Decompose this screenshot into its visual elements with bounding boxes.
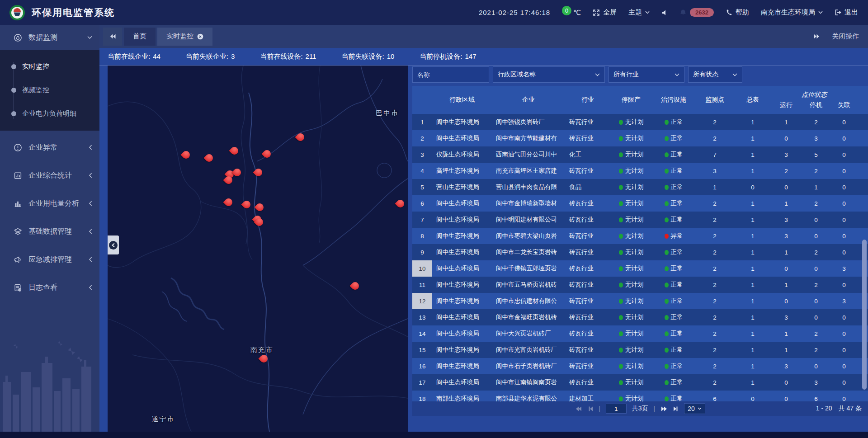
table-row[interactable]: 1 阆中生态环境局 阆中强锐页岩砖厂 砖瓦行业 无计划 正常 2 1 1 2 0 <box>412 114 868 130</box>
phone-icon <box>726 9 732 16</box>
map-marker[interactable] <box>233 169 241 179</box>
treatment-status-cell: 正常 <box>652 163 695 179</box>
table-row[interactable]: 13 阆中生态环境局 阆中市金福旺页岩机砖 砖瓦行业 无计划 正常 2 1 3 … <box>412 309 868 325</box>
table-row[interactable]: 6 阆中生态环境局 阆中市金博瑞新型墙材 砖瓦行业 无计划 正常 2 1 1 2… <box>412 195 868 212</box>
first-page-button[interactable] <box>575 406 582 412</box>
bar-chart-icon <box>14 199 22 208</box>
table-row[interactable]: 9 阆中生态环境局 阆中市二龙长宝页岩砖 砖瓦行业 无计划 正常 2 1 1 2… <box>412 244 868 260</box>
lost-count-cell: 0 <box>831 146 857 163</box>
table-row[interactable]: 18 南部生态环境局 南部县建华水泥有限公 建材加工 无计划 正常 6 0 0 … <box>412 391 868 401</box>
name-search-input[interactable] <box>412 66 489 83</box>
tab-home[interactable]: 首页 <box>124 28 156 46</box>
prev-page-button[interactable] <box>588 406 593 412</box>
sidebar-item-log-view[interactable]: 日志查看 <box>0 273 99 301</box>
table-row[interactable]: 12 阆中生态环境局 阆中市忠信建材有限公 砖瓦行业 无计划 正常 2 1 0 … <box>412 293 868 309</box>
stopped-count-cell: 0 <box>801 228 831 244</box>
notifications-button[interactable]: 2632 <box>679 8 714 17</box>
limit-production-cell: 无计划 <box>610 146 652 163</box>
map-marker[interactable] <box>225 198 232 209</box>
map-city-label: 巴中市 <box>376 109 399 118</box>
map-marker[interactable] <box>256 203 264 214</box>
table-row[interactable]: 16 阆中生态环境局 阆中市石子页岩机砖厂 砖瓦行业 无计划 正常 2 1 3 … <box>412 358 868 374</box>
table-row[interactable]: 14 阆中生态环境局 阆中大兴页岩机砖厂 砖瓦行业 无计划 正常 2 1 1 2… <box>412 325 868 342</box>
map-marker[interactable] <box>205 154 213 165</box>
total-meter-cell: 1 <box>734 277 771 293</box>
double-chevron-right-icon[interactable] <box>813 33 820 39</box>
logout-button[interactable]: 退出 <box>835 8 858 17</box>
map-marker[interactable] <box>255 169 262 179</box>
page-size-select[interactable]: 20 <box>684 403 705 414</box>
table-row[interactable]: 8 阆中生态环境局 阆中市枣碧大梁山页岩 砖瓦行业 无计划 异常 2 1 3 0… <box>412 228 868 244</box>
monitor-points-cell: 2 <box>695 277 734 293</box>
next-page-button[interactable] <box>660 406 668 412</box>
map-marker[interactable] <box>260 355 268 366</box>
close-operations-button[interactable]: 关闭操作 <box>832 32 859 41</box>
sidebar-item-enterprise-statistics[interactable]: 企业综合统计 <box>0 161 99 189</box>
fullscreen-button[interactable]: 全屏 <box>593 8 617 17</box>
last-page-button[interactable] <box>673 406 679 412</box>
stopped-count-cell: 2 <box>801 163 831 179</box>
company-cell: 阆中市金博瑞新型墙材 <box>492 195 565 212</box>
sidebar-item-power-usage-analysis[interactable]: 企业用电量分析 <box>0 189 99 217</box>
page-number-input[interactable] <box>606 404 627 414</box>
sidebar-item-video-monitoring[interactable]: 视频监控 <box>0 78 99 102</box>
industry-cell: 砖瓦行业 <box>565 130 610 146</box>
table-row[interactable]: 17 阆中生态环境局 阆中市江南镇阆南页岩 砖瓦行业 无计划 正常 2 1 0 … <box>412 374 868 391</box>
sidebar-item-enterprise-abnormal[interactable]: 企业异常 <box>0 133 99 161</box>
table-row[interactable]: 10 阆中生态环境局 阆中千佛镇五郎垭页岩 砖瓦行业 无计划 正常 2 1 0 … <box>412 260 868 277</box>
total-meter-cell: 1 <box>734 212 771 228</box>
table-row[interactable]: 11 阆中生态环境局 阆中市五马桥页岩机砖 砖瓦行业 无计划 正常 2 1 1 … <box>412 277 868 293</box>
help-button[interactable]: 帮助 <box>726 8 749 17</box>
table-row[interactable]: 15 阆中生态环境局 阆中市光富页岩机砖厂 砖瓦行业 无计划 正常 2 1 1 … <box>412 342 868 358</box>
status-filter-select[interactable]: 所有状态 <box>688 66 742 83</box>
monitor-points-cell: 2 <box>695 342 734 358</box>
voice-broadcast-button[interactable] <box>661 9 668 16</box>
table-row[interactable]: 7 阆中生态环境局 阆中明阳建材有限公司 砖瓦行业 无计划 正常 2 1 3 0… <box>412 212 868 228</box>
theme-menu[interactable]: 主题 <box>628 8 650 17</box>
industry-filter-select[interactable]: 所有行业 <box>609 66 684 83</box>
map-marker[interactable] <box>263 150 271 161</box>
stopped-count-cell: 6 <box>801 391 831 401</box>
treatment-status-cell: 正常 <box>652 293 695 309</box>
total-meter-cell: 1 <box>734 358 771 374</box>
table-row[interactable]: 5 营山生态环境局 营山县润丰肉食品有限 食品 无计划 正常 1 0 0 1 0 <box>412 179 868 195</box>
table-row[interactable]: 3 仪陇生态环境局 西南油气田分公司川中 化工 无计划 正常 7 1 3 5 0 <box>412 146 868 163</box>
industry-cell: 砖瓦行业 <box>565 293 610 309</box>
sidebar-item-data-monitoring[interactable]: 数据监测 <box>0 25 99 50</box>
sidebar-item-base-data-management[interactable]: 基础数据管理 <box>0 217 99 245</box>
map-canvas[interactable]: 巴中市南充市遂宁市 <box>108 66 408 432</box>
map-marker[interactable] <box>231 147 238 158</box>
table-row[interactable]: 4 高坪生态环境局 南充市高坪区王家店建 砖瓦行业 无计划 正常 3 1 2 2… <box>412 163 868 179</box>
table-row[interactable]: 2 阆中生态环境局 阆中市南方节能建材有 砖瓦行业 无计划 正常 2 1 0 3… <box>412 130 868 146</box>
sidebar-item-emergency-reduction[interactable]: 应急减排管理 <box>0 245 99 273</box>
tabs-scroll-left-button[interactable] <box>103 28 122 46</box>
tab-close-icon[interactable] <box>197 33 203 40</box>
region-filter-select[interactable]: 行政区域名称 <box>493 66 605 83</box>
stat-value: 211 <box>306 52 316 61</box>
industry-cell: 建材加工 <box>565 391 610 401</box>
map-marker[interactable] <box>225 176 232 187</box>
region-cell: 阆中生态环境局 <box>432 114 492 130</box>
total-meter-cell: 1 <box>734 228 771 244</box>
map-marker[interactable] <box>396 200 404 211</box>
map-marker[interactable] <box>351 282 359 293</box>
stopped-count-cell: 0 <box>801 309 831 325</box>
table-scrollbar-thumb[interactable] <box>862 240 867 390</box>
limit-production-cell: 无计划 <box>610 277 652 293</box>
sidebar-item-realtime-monitoring[interactable]: 实时监控 <box>0 55 99 78</box>
status-dot-icon <box>665 201 669 206</box>
map-marker[interactable] <box>297 133 304 144</box>
region-cell: 阆中生态环境局 <box>432 325 492 342</box>
map-marker[interactable] <box>255 218 263 229</box>
user-org-menu[interactable]: 南充市生态环境局 <box>761 8 823 17</box>
table-header: 行政区域 企业 行业 停限产 治污设施 监测点 总表 点位状态 运行 停机 失联 <box>412 86 868 114</box>
tab-realtime-monitoring[interactable]: 实时监控 <box>157 28 212 46</box>
map-marker[interactable] <box>182 151 190 162</box>
row-number-cell: 15 <box>412 342 432 358</box>
map-collapse-button[interactable] <box>108 235 119 254</box>
status-dot-icon <box>665 152 669 157</box>
map-marker[interactable] <box>243 201 250 212</box>
fullscreen-label: 全屏 <box>603 8 617 17</box>
status-dot-icon <box>665 217 669 222</box>
sidebar-item-power-load-detail[interactable]: 企业电力负荷明细 <box>0 102 99 125</box>
